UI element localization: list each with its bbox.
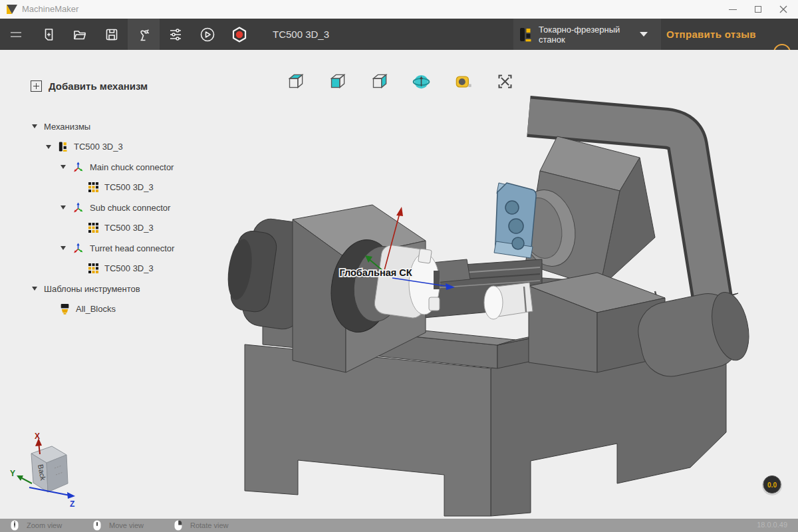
play-simulation-button[interactable] (192, 19, 223, 50)
tree-item-main-chuck-connector[interactable]: Main chuck connector (0, 157, 219, 178)
tree-item-all-blocks[interactable]: All_Blocks (0, 299, 219, 320)
measure-button[interactable] (454, 72, 472, 90)
viewport[interactable]: Глобальная СК Back X Y Z 0.0 Д (0, 50, 798, 519)
orbit-view-button[interactable] (412, 72, 430, 90)
settings-button[interactable] (160, 19, 192, 50)
measure-tape-icon (454, 72, 472, 91)
front-view-button[interactable] (329, 72, 346, 90)
zoom-view-hint: Zoom view (11, 519, 62, 532)
tree-item-sub-chuck-machine[interactable]: TC500 3D_3 (0, 218, 219, 239)
fit-view-button[interactable] (496, 72, 514, 90)
cube-front-view-icon (329, 72, 346, 90)
menu-button[interactable] (0, 19, 32, 50)
tool-block-icon (60, 303, 70, 315)
machine-tool-block (494, 183, 536, 258)
close-icon (779, 5, 787, 13)
cube-side-view-icon (370, 72, 388, 90)
mouse-right-icon (174, 520, 182, 531)
record-button[interactable] (223, 19, 255, 50)
chevron-down-icon[interactable] (32, 124, 38, 128)
grid-icon (88, 182, 98, 192)
app-title: MachineMaker (22, 4, 78, 14)
z-axis-label: Z (70, 499, 74, 509)
grid-icon (88, 223, 98, 233)
side-view-button[interactable] (370, 72, 388, 90)
x-axis-label: X (35, 432, 40, 441)
send-feedback-button[interactable]: Отправить отзыв (666, 19, 756, 50)
view-toolbar (287, 72, 514, 90)
open-folder-icon (72, 27, 88, 43)
tree-item-turret-head-machine[interactable]: TC500 3D_3 (0, 259, 219, 279)
origin-label: Глобальная СК (339, 267, 412, 278)
play-icon (199, 26, 216, 43)
machine-type-icon (519, 27, 532, 43)
main-toolbar: TC500 3D_3 Токарно-фрезерный станок Отпр… (0, 19, 798, 50)
y-axis-label: Y (10, 469, 15, 478)
orientation-cube[interactable]: Back X Y Z (10, 432, 75, 509)
add-mechanism-button[interactable]: Добавить механизм (31, 80, 148, 92)
mouse-middle-icon (93, 520, 101, 531)
move-view-hint: Move view (93, 519, 144, 532)
open-file-button[interactable] (64, 19, 96, 50)
app-logo-icon (6, 3, 18, 15)
tree-item-sub-chuck-connector[interactable]: Sub chuck connector (0, 198, 219, 218)
save-button[interactable] (96, 19, 128, 50)
mouse-wheel-icon (11, 520, 19, 531)
cube-top-view-icon (287, 72, 305, 90)
robot-mechanism-button[interactable] (128, 19, 160, 50)
axis-icon (72, 162, 84, 173)
expand-icon (496, 72, 514, 90)
document-title: TC500 3D_3 (273, 19, 329, 50)
close-button[interactable] (769, 0, 798, 19)
chevron-down-icon[interactable] (61, 165, 66, 169)
chevron-down-icon[interactable] (61, 205, 66, 209)
record-icon (231, 26, 248, 43)
hamburger-icon (8, 27, 24, 43)
axis-icon (72, 243, 84, 254)
tree-item-tool-templates[interactable]: Шаблоны инструментов (0, 279, 219, 299)
chevron-down-icon[interactable] (61, 246, 66, 250)
sliders-icon (168, 27, 184, 43)
machine-type-selector[interactable]: Токарно-фрезерный станок (513, 19, 661, 50)
rotate-view-hint: Rotate view (174, 519, 228, 532)
grid-icon (88, 263, 98, 273)
statusbar: Zoom view Move view Rotate view 18.0.0.4… (0, 519, 798, 532)
plus-icon (31, 80, 42, 92)
axis-icon (72, 202, 84, 213)
titlebar: MachineMaker (0, 0, 798, 19)
machine-type-label: Токарно-фрезерный станок (539, 25, 638, 45)
mechanism-tree: Механизмы TC500 3D_3 Main chuck connecto… (0, 116, 219, 319)
chevron-down-icon[interactable] (46, 145, 52, 149)
new-file-button[interactable] (32, 19, 64, 50)
chevron-down-icon (640, 32, 648, 37)
machine-icon (58, 141, 68, 152)
tree-item-turret-head-connector[interactable]: Turret head connector (0, 238, 219, 259)
new-file-icon (40, 27, 56, 43)
speed-badge[interactable]: 0.0 (762, 475, 782, 495)
top-view-button[interactable] (287, 72, 305, 90)
tree-item-main-chuck-machine[interactable]: TC500 3D_3 (0, 178, 219, 198)
chevron-down-icon[interactable] (32, 287, 38, 291)
orbit-icon (412, 72, 430, 91)
save-icon (104, 27, 120, 43)
tree-item-machine[interactable]: TC500 3D_3 (0, 137, 219, 158)
tree-item-mechanisms[interactable]: Механизмы (0, 116, 219, 137)
speed-badge-value: 0.0 (767, 481, 777, 489)
robot-arm-icon (136, 27, 152, 43)
version-label: 18.0.0.49 (757, 521, 787, 529)
